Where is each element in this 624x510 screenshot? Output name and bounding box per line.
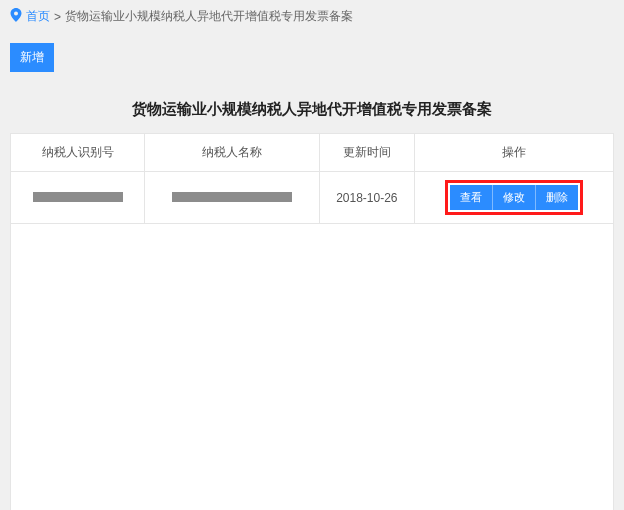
table-empty-area xyxy=(10,224,614,510)
redacted-text xyxy=(172,192,292,202)
delete-button[interactable]: 删除 xyxy=(536,185,578,210)
records-table: 纳税人识别号 纳税人名称 更新时间 操作 2018-10-26 查看 修改 删除 xyxy=(10,133,614,224)
col-taxpayer-id: 纳税人识别号 xyxy=(11,134,145,172)
breadcrumb-home-link[interactable]: 首页 xyxy=(26,8,50,25)
view-button[interactable]: 查看 xyxy=(450,185,493,210)
table-row: 2018-10-26 查看 修改 删除 xyxy=(11,172,614,224)
breadcrumb-separator: > xyxy=(54,10,61,24)
cell-actions: 查看 修改 删除 xyxy=(414,172,613,224)
action-buttons-highlight: 查看 修改 删除 xyxy=(445,180,583,215)
cell-taxpayer-id xyxy=(11,172,145,224)
breadcrumb: 首页 > 货物运输业小规模纳税人异地代开增值税专用发票备案 xyxy=(0,0,624,33)
col-update-time: 更新时间 xyxy=(319,134,414,172)
cell-update-time: 2018-10-26 xyxy=(319,172,414,224)
breadcrumb-current: 货物运输业小规模纳税人异地代开增值税专用发票备案 xyxy=(65,8,353,25)
page-title: 货物运输业小规模纳税人异地代开增值税专用发票备案 xyxy=(0,100,624,119)
col-taxpayer-name: 纳税人名称 xyxy=(145,134,320,172)
table-header-row: 纳税人识别号 纳税人名称 更新时间 操作 xyxy=(11,134,614,172)
redacted-text xyxy=(33,192,123,202)
cell-taxpayer-name xyxy=(145,172,320,224)
location-pin-icon xyxy=(10,8,22,25)
new-button[interactable]: 新增 xyxy=(10,43,54,72)
col-actions: 操作 xyxy=(414,134,613,172)
edit-button[interactable]: 修改 xyxy=(493,185,536,210)
